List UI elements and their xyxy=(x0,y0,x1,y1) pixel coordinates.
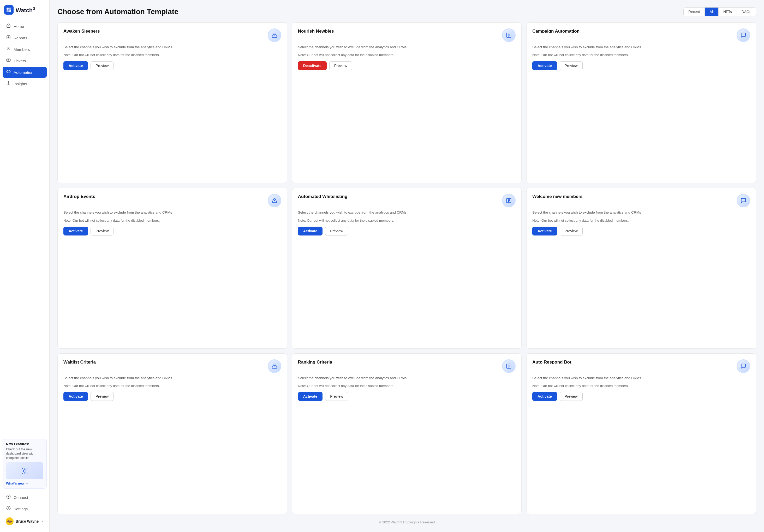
card-title: Airdrop Events xyxy=(64,194,268,200)
members-icon xyxy=(6,47,11,52)
card-title: Automated Whitelisting xyxy=(298,194,502,200)
svg-point-12 xyxy=(8,71,9,72)
card-description: Select the channels you wish to exclude … xyxy=(532,210,750,215)
cards-grid: Awaken Sleepers Select the channels you … xyxy=(58,22,756,514)
tab-all[interactable]: All xyxy=(705,8,719,16)
primary-action-button[interactable]: Deactivate xyxy=(298,61,327,70)
sidebar-item-tickets[interactable]: Tickets xyxy=(3,55,47,66)
primary-action-button[interactable]: Activate xyxy=(64,227,88,235)
card-description: Select the channels you wish to exclude … xyxy=(64,45,281,50)
tab-nfts[interactable]: NFTs xyxy=(719,8,737,16)
home-icon xyxy=(6,24,11,29)
card-icon xyxy=(502,359,515,373)
preview-button[interactable]: Preview xyxy=(325,392,348,401)
card-title: Auto Respond Bot xyxy=(532,359,737,365)
card-note: Note: Our bot will not collect any data … xyxy=(532,218,750,223)
preview-button[interactable]: Preview xyxy=(325,227,348,235)
tab-recent[interactable]: Recent xyxy=(683,8,705,16)
sidebar-item-home[interactable]: Home xyxy=(3,21,47,32)
card-icon xyxy=(737,194,750,207)
preview-button[interactable]: Preview xyxy=(91,227,113,235)
sidebar-bottom: Connect Settings 🦇 Bruce Wayne ▾ xyxy=(0,492,49,528)
svg-point-14 xyxy=(8,82,9,83)
card-actions: Activate Preview xyxy=(298,227,516,235)
tickets-icon xyxy=(6,58,11,64)
sidebar-item-label: Members xyxy=(14,47,30,52)
primary-action-button[interactable]: Activate xyxy=(298,392,322,401)
card-header: Nourish Newbies xyxy=(298,28,516,42)
card-icon xyxy=(268,359,281,373)
sidebar-item-connect[interactable]: Connect xyxy=(3,492,47,503)
primary-action-button[interactable]: Activate xyxy=(64,61,88,70)
card-title: Nourish Newbies xyxy=(298,28,502,34)
preview-button[interactable]: Preview xyxy=(91,61,113,70)
card-header: Auto Respond Bot xyxy=(532,359,750,373)
preview-button[interactable]: Preview xyxy=(560,61,583,70)
card-actions: Deactivate Preview xyxy=(298,61,516,70)
tab-daos[interactable]: DAOs xyxy=(737,8,756,16)
card-ranking-criteria: Ranking Criteria Select the channels you… xyxy=(292,353,522,514)
promo-desc: Check out the new dashboard view with co… xyxy=(6,447,43,460)
settings-icon xyxy=(6,506,11,512)
card-header: Campaign Automation xyxy=(532,28,750,42)
card-description: Select the channels you wish to exclude … xyxy=(532,375,750,381)
reports-icon xyxy=(6,35,11,41)
card-actions: Activate Preview xyxy=(532,61,750,70)
card-icon xyxy=(737,359,750,373)
app-logo: Watch3 xyxy=(0,5,49,21)
main-header: Choose from Automation Template Recent A… xyxy=(58,7,756,16)
preview-button[interactable]: Preview xyxy=(560,227,583,235)
sidebar-item-automation[interactable]: Automation xyxy=(3,67,47,78)
promo-box: New Features! Check out the new dashboar… xyxy=(3,439,47,489)
card-actions: Activate Preview xyxy=(532,227,750,235)
card-icon xyxy=(268,28,281,42)
user-row[interactable]: 🦇 Bruce Wayne ▾ xyxy=(3,515,47,528)
card-note: Note: Our bot will not collect any data … xyxy=(298,383,516,389)
promo-title: New Features! xyxy=(6,442,43,446)
primary-action-button[interactable]: Activate xyxy=(532,61,557,70)
sidebar-item-reports[interactable]: Reports xyxy=(3,32,47,43)
card-actions: Activate Preview xyxy=(64,392,281,401)
sidebar-item-label: Home xyxy=(14,24,24,29)
svg-point-15 xyxy=(24,470,26,472)
primary-action-button[interactable]: Activate xyxy=(298,227,322,235)
card-icon xyxy=(502,194,515,207)
card-airdrop-events: Airdrop Events Select the channels you w… xyxy=(58,188,287,348)
card-note: Note: Our bot will not collect any data … xyxy=(298,53,516,58)
card-actions: Activate Preview xyxy=(64,227,281,235)
svg-point-19 xyxy=(8,507,9,508)
sidebar-item-settings[interactable]: Settings xyxy=(3,503,47,514)
svg-rect-2 xyxy=(7,10,9,12)
card-description: Select the channels you wish to exclude … xyxy=(298,45,516,50)
preview-button[interactable]: Preview xyxy=(560,392,583,401)
primary-action-button[interactable]: Activate xyxy=(64,392,88,401)
preview-button[interactable]: Preview xyxy=(91,392,113,401)
sidebar-item-label: Connect xyxy=(14,495,28,500)
chevron-down-icon: ▾ xyxy=(42,519,44,523)
main-content: Choose from Automation Template Recent A… xyxy=(50,0,764,532)
card-description: Select the channels you wish to exclude … xyxy=(532,45,750,50)
card-note: Note: Our bot will not collect any data … xyxy=(532,53,750,58)
promo-image xyxy=(6,463,43,479)
user-name: Bruce Wayne xyxy=(16,519,40,523)
sidebar-item-label: Tickets xyxy=(14,59,26,63)
app-name: Watch3 xyxy=(16,6,35,14)
preview-button[interactable]: Preview xyxy=(329,61,352,70)
card-icon xyxy=(502,28,515,42)
card-header: Airdrop Events xyxy=(64,194,281,207)
sidebar: Watch3 Home Reports xyxy=(0,0,50,532)
primary-action-button[interactable]: Activate xyxy=(532,227,557,235)
sidebar-item-insights[interactable]: Insights xyxy=(3,78,47,89)
whats-new-link[interactable]: What's new → xyxy=(6,481,43,485)
sidebar-nav: Home Reports Members xyxy=(0,21,49,436)
svg-rect-0 xyxy=(7,8,9,10)
sidebar-item-members[interactable]: Members xyxy=(3,44,47,55)
card-header: Ranking Criteria xyxy=(298,359,516,373)
card-actions: Activate Preview xyxy=(64,61,281,70)
filter-tabs: Recent All NFTs DAOs xyxy=(683,7,756,16)
card-header: Welcome new members xyxy=(532,194,750,207)
card-header: Awaken Sleepers xyxy=(64,28,281,42)
footer: © 2022 Watch3 Copyrights Reserved xyxy=(58,520,756,524)
card-note: Note: Our bot will not collect any data … xyxy=(64,53,281,58)
primary-action-button[interactable]: Activate xyxy=(532,392,557,401)
